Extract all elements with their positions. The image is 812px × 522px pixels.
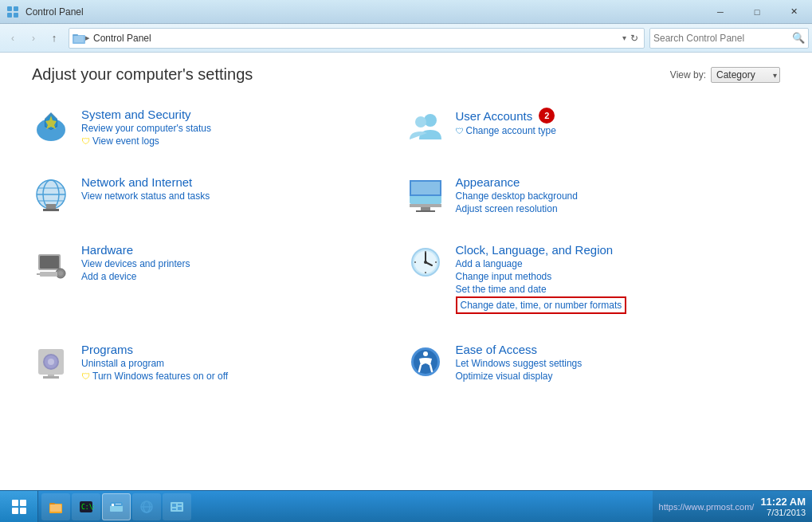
- start-button[interactable]: [0, 491, 38, 523]
- hardware-item: Hardware View devices and printers Add a…: [32, 243, 406, 282]
- svg-rect-1: [14, 6, 18, 11]
- svg-rect-2: [7, 13, 12, 18]
- network-internet-link-1[interactable]: View network status and tasks: [81, 190, 210, 202]
- programs-icon: [32, 343, 70, 381]
- svg-rect-25: [421, 207, 430, 210]
- svg-rect-63: [112, 504, 114, 506]
- search-input[interactable]: [653, 33, 792, 44]
- svg-rect-26: [416, 210, 435, 212]
- clock-language-icon: [406, 243, 445, 281]
- search-icon[interactable]: 🔍: [792, 32, 805, 44]
- taskbar-items: C:\>: [38, 493, 653, 520]
- svg-rect-6: [74, 36, 84, 42]
- appearance-section: Appearance Change desktop background Adj…: [406, 167, 781, 235]
- svg-point-38: [424, 261, 427, 264]
- programs-item: Programs Uninstall a program 🛡 Turn Wind…: [32, 343, 406, 382]
- page-title: Adjust your computer's settings: [32, 65, 253, 84]
- svg-rect-73: [178, 507, 182, 510]
- taskbar-file-explorer[interactable]: [41, 493, 70, 520]
- control-panel-window: Control Panel ─ □ ✕ ‹ › ↑ ▸ Control Pane…: [0, 0, 812, 522]
- window-icon: [6, 6, 19, 18]
- svg-rect-64: [116, 504, 121, 504]
- system-security-item: System and Security Review your computer…: [32, 108, 406, 147]
- programs-title[interactable]: Programs: [81, 343, 228, 356]
- back-button[interactable]: ‹: [3, 29, 22, 48]
- taskbar-terminal[interactable]: C:\>: [72, 493, 100, 520]
- taskbar-control-panel[interactable]: [102, 493, 131, 520]
- address-dropdown-icon[interactable]: ▾: [622, 33, 626, 42]
- search-bar[interactable]: 🔍: [649, 28, 809, 49]
- svg-rect-24: [410, 204, 441, 207]
- system-security-link-1[interactable]: Review your computer's status: [81, 123, 211, 134]
- programs-link-2[interactable]: 🛡 Turn Windows features on or off: [81, 371, 228, 382]
- clock-language-link-1[interactable]: Add a language: [456, 258, 627, 269]
- svg-point-46: [48, 359, 54, 365]
- taskbar-ie[interactable]: [132, 493, 161, 520]
- network-internet-content: Network and Internet View network status…: [81, 175, 210, 202]
- address-separator: ▸: [85, 33, 90, 43]
- clock-language-link-4[interactable]: Change date, time, or number formats: [456, 296, 627, 314]
- navigation-bar: ‹ › ↑ ▸ Control Panel ▾ ↻ 🔍: [0, 24, 812, 53]
- svg-rect-0: [7, 6, 12, 11]
- maximize-button[interactable]: □: [739, 0, 775, 24]
- hardware-link-2[interactable]: Add a device: [81, 271, 190, 282]
- address-text: Control Panel: [93, 33, 622, 44]
- hardware-title[interactable]: Hardware: [81, 243, 190, 257]
- network-internet-section: Network and Internet View network status…: [32, 167, 406, 235]
- taskbar-time: 11:22 AM: [760, 496, 806, 508]
- user-accounts-link-1[interactable]: 🛡 Change account type: [456, 125, 556, 136]
- taskbar: C:\>: [0, 490, 812, 522]
- appearance-title[interactable]: Appearance: [456, 175, 578, 189]
- close-button[interactable]: ✕: [775, 0, 812, 24]
- svg-rect-28: [40, 256, 59, 269]
- svg-rect-20: [43, 209, 59, 211]
- view-by-label: View by:: [670, 69, 706, 80]
- ease-of-access-link-2[interactable]: Optimize visual display: [456, 371, 583, 382]
- ease-of-access-link-1[interactable]: Let Windows suggest settings: [456, 358, 583, 369]
- clock-language-link-3[interactable]: Set the time and date: [456, 284, 627, 295]
- programs-link-1[interactable]: Uninstall a program: [81, 358, 228, 369]
- network-internet-item: Network and Internet View network status…: [32, 175, 406, 214]
- svg-rect-70: [172, 504, 176, 507]
- user-accounts-item: User Accounts 2 🛡 Change account type: [406, 108, 781, 146]
- hardware-link-1[interactable]: View devices and printers: [81, 258, 190, 269]
- hardware-icon: [32, 243, 70, 281]
- view-by-select[interactable]: Category Large icons Small icons: [711, 67, 780, 83]
- minimize-button[interactable]: ─: [702, 0, 739, 24]
- main-content: Adjust your computer's settings View by:…: [0, 53, 812, 490]
- shield-icon-1: 🛡: [81, 136, 90, 146]
- user-accounts-title[interactable]: User Accounts: [456, 109, 533, 123]
- clock-language-item: Clock, Language, and Region Add a langua…: [406, 243, 781, 314]
- svg-rect-55: [20, 508, 26, 514]
- system-security-icon: [32, 108, 70, 146]
- view-by-wrapper[interactable]: Category Large icons Small icons: [711, 67, 780, 83]
- ease-of-access-title[interactable]: Ease of Access: [456, 343, 583, 356]
- clock-language-link-2[interactable]: Change input methods: [456, 271, 627, 282]
- appearance-link-2[interactable]: Adjust screen resolution: [456, 203, 578, 214]
- svg-rect-57: [49, 503, 55, 504]
- network-internet-title[interactable]: Network and Internet: [81, 175, 210, 189]
- notification-badge: 2: [539, 108, 555, 124]
- clock-language-section: Clock, Language, and Region Add a langua…: [406, 235, 781, 335]
- forward-button[interactable]: ›: [24, 29, 43, 48]
- taskbar-clock: 11:22 AM 7/31/2013: [760, 496, 806, 517]
- svg-point-30: [58, 271, 63, 276]
- programs-section: Programs Uninstall a program 🛡 Turn Wind…: [32, 335, 406, 402]
- appearance-link-1[interactable]: Change desktop background: [456, 190, 578, 202]
- title-bar-buttons: ─ □ ✕: [702, 0, 812, 24]
- system-security-section: System and Security Review your computer…: [32, 100, 406, 167]
- up-button[interactable]: ↑: [45, 29, 64, 48]
- system-security-link-2[interactable]: 🛡 View event logs: [81, 135, 211, 147]
- title-bar-left: Control Panel: [6, 6, 84, 18]
- svg-rect-23: [411, 182, 440, 194]
- svg-text:C:\>: C:\>: [81, 504, 94, 511]
- svg-rect-72: [172, 508, 176, 510]
- address-bar: ▸ Control Panel ▾ ↻: [69, 28, 645, 49]
- clock-language-title[interactable]: Clock, Language, and Region: [456, 243, 627, 257]
- system-security-title[interactable]: System and Security: [81, 108, 211, 121]
- shield-icon-prog: 🛡: [81, 371, 90, 381]
- taskbar-settings[interactable]: [163, 493, 191, 520]
- clock-language-content: Clock, Language, and Region Add a langua…: [456, 243, 627, 314]
- categories-grid: System and Security Review your computer…: [32, 100, 780, 402]
- refresh-button[interactable]: ↻: [628, 33, 641, 44]
